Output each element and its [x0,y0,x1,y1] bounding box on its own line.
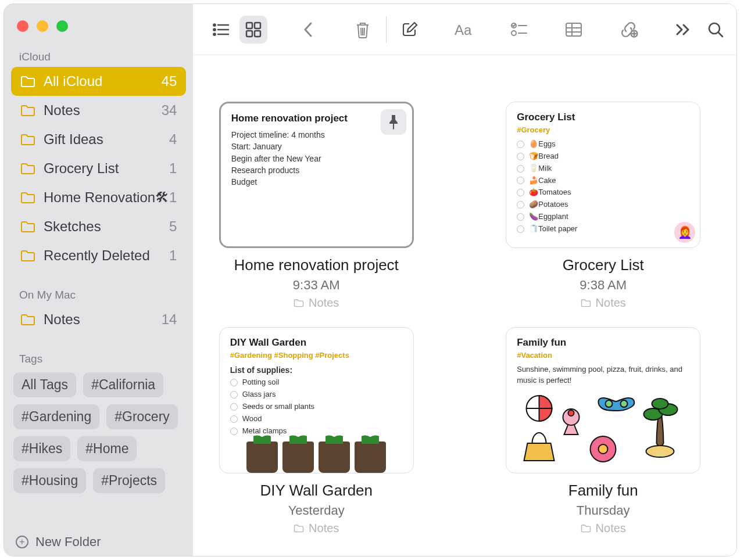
shared-avatar: 👩‍🦰 [674,222,695,243]
note-meta-time: 9:33 AM [293,278,340,293]
new-folder-label: New Folder [35,534,101,550]
check-circle-icon [517,213,524,221]
tag-pill[interactable]: #California [83,372,163,397]
tag-pill[interactable]: #Hikes [13,436,70,461]
checklist-item: 🥚Eggs [517,139,689,150]
sidebar-folder[interactable]: Recently Deleted1 [11,241,186,270]
card-tags: #Grocery [517,125,689,134]
list-view-button[interactable] [207,16,235,44]
table-icon [565,22,582,37]
sidebar-folder[interactable]: Home Renovation🛠1 [11,183,186,212]
checklist-item: 🍰Cake [517,175,689,186]
folder-count: 4 [169,131,177,148]
text-format-icon: Aa [455,22,474,37]
svg-point-34 [652,399,668,409]
checklist-icon [510,22,528,37]
chevron-double-right-icon [675,23,691,36]
sidebar-folder[interactable]: Notes34 [11,96,186,125]
card-title: Family fun [517,337,689,349]
close-window-button[interactable] [17,20,28,32]
tag-pill[interactable]: #Home [77,436,137,461]
minimize-window-button[interactable] [37,20,48,32]
folder-name: Grocery List [44,160,169,177]
check-circle-icon [517,177,524,184]
format-button[interactable]: Aa [450,16,478,44]
note-card[interactable]: Grocery List#Grocery🥚Eggs🍞Bread🥛Milk🍰Cak… [506,102,700,248]
sidebar-folder[interactable]: Notes14 [11,305,186,334]
card-checklist: 🥚Eggs🍞Bread🥛Milk🍰Cake🍅Tomatoes🥔Potatoes🍆… [517,139,689,235]
folder-count: 45 [162,73,177,89]
folder-name: Home Renovation🛠 [44,189,169,206]
card-title: DIY Wall Garden [230,337,403,349]
chevron-left-icon [303,21,313,38]
card-body: List of supplies: [230,364,403,376]
checklist-item: Wood [230,414,403,425]
more-button[interactable] [669,16,697,44]
tag-pill[interactable]: #Gardening [13,404,99,429]
sidebar: iCloudAll iCloud45Notes34Gift Ideas4Groc… [4,4,193,556]
checklist-item: 🍅Tomatoes [517,187,689,198]
grid-icon [245,21,262,38]
note-meta-title: Grocery List [563,256,644,274]
tag-pill[interactable]: #Grocery [106,404,178,429]
pin-button[interactable] [381,109,406,135]
sidebar-folder[interactable]: Gift Ideas4 [11,125,186,154]
note-meta-title: Home renovation project [234,256,399,274]
tag-pill[interactable]: #Projects [93,468,165,493]
sketch-stickers [512,391,694,469]
checklist-item: 🧻Toilet paper [517,224,689,235]
note-card[interactable]: DIY Wall Garden#Gardening #Shopping #Pro… [219,327,414,473]
table-button[interactable] [560,16,588,44]
tag-pill[interactable]: #Housing [13,468,86,493]
link-button[interactable] [614,16,642,44]
delete-button[interactable] [349,16,377,44]
check-circle-icon [517,189,524,196]
note-meta-folder: Notes [294,522,339,535]
card-tags: #Vacation [517,351,689,360]
window-controls [4,12,193,32]
list-icon [212,23,230,37]
note-cell: Grocery List#Grocery🥚Eggs🍞Bread🥛Milk🍰Cak… [498,102,709,310]
note-cell: DIY Wall Garden#Gardening #Shopping #Pro… [210,327,422,535]
search-icon [707,21,724,38]
back-button[interactable] [294,16,322,44]
checklist-item: 🍞Bread [517,151,689,162]
folder-name: All iCloud [44,73,162,89]
folder-count: 1 [169,247,177,264]
sidebar-folder[interactable]: Sketches5 [11,212,186,241]
note-meta-folder: Notes [581,296,626,310]
card-body: Project timeline: 4 monthsStart: January… [231,129,402,188]
svg-rect-8 [246,31,252,37]
note-meta-time: Yesterday [288,503,345,518]
tag-pill[interactable]: All Tags [13,372,76,397]
folder-name: Recently Deleted [44,247,169,264]
compose-button[interactable] [396,16,424,44]
check-circle-icon [517,225,524,233]
note-cell: Family fun#VacationSunshine, swimming po… [498,327,709,535]
svg-point-29 [621,400,628,407]
checklist-button[interactable] [505,16,533,44]
check-circle-icon [517,201,524,209]
svg-rect-9 [255,31,260,37]
notes-window: iCloudAll iCloud45Notes34Gift Ideas4Groc… [3,3,737,557]
check-circle-icon [517,165,524,173]
svg-line-26 [718,33,722,37]
sidebar-folder[interactable]: Grocery List1 [11,154,186,183]
tags-section-label: Tags [4,334,193,369]
zoom-window-button[interactable] [56,20,68,32]
note-card[interactable]: Home renovation projectProject timeline:… [219,102,414,248]
check-circle-icon [230,403,238,411]
svg-point-0 [214,24,216,26]
sidebar-folder[interactable]: All iCloud45 [11,67,186,96]
note-meta-time: Thursday [577,503,630,518]
note-meta-folder: Notes [581,522,626,535]
folder-name: Sketches [44,218,169,235]
checklist-item: 🥔Potatoes [517,199,689,210]
new-folder-button[interactable]: + New Folder [4,528,193,556]
note-card[interactable]: Family fun#VacationSunshine, swimming po… [506,327,700,473]
grid-view-button[interactable] [239,16,267,44]
search-button[interactable] [702,16,729,44]
card-body: Sunshine, swimming pool, pizza, fruit, d… [517,364,689,386]
section-label: iCloud [4,32,193,67]
checklist-item: Seeds or small plants [230,401,403,412]
